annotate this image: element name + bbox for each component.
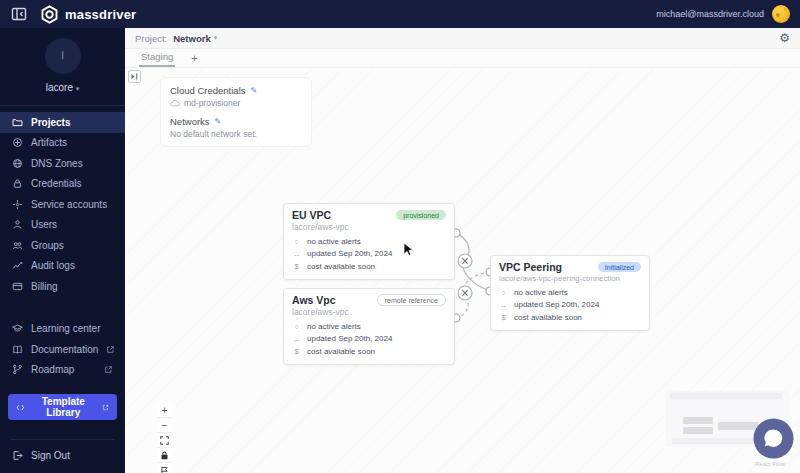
org-switcher[interactable]: lacore ▾ [0, 82, 125, 93]
project-label: Project: [135, 33, 167, 44]
chat-widget-button[interactable] [753, 418, 794, 459]
disconnect-edge-button[interactable] [458, 286, 472, 300]
spacer [0, 297, 125, 319]
plus-icon: + [162, 406, 168, 416]
minimap-node [683, 427, 713, 434]
sidebar-item-billing[interactable]: Billing [0, 276, 125, 297]
code-brackets-icon [16, 402, 25, 413]
sidebar-item-artifacts[interactable]: Artifacts [0, 133, 125, 154]
expand-panel-button[interactable] [128, 70, 141, 83]
fit-view-button[interactable] [157, 434, 172, 448]
node-package: lacore/aws-vpc [292, 307, 446, 317]
environment-tabs: Staging + [125, 49, 800, 68]
sidebar-item-projects[interactable]: Projects [0, 112, 125, 133]
sidebar-item-learning-center[interactable]: Learning center [0, 319, 125, 340]
user-icon [12, 219, 23, 230]
credential-name: md-provisioner [184, 98, 240, 108]
globe-icon [12, 158, 23, 169]
cost-text: cost available soon [307, 261, 375, 273]
sidebar-item-label: Groups [31, 240, 64, 251]
alerts-icon: ○ [292, 321, 301, 333]
status-badge: provisioned [396, 210, 446, 220]
sidebar-item-roadmap[interactable]: Roadmap [0, 360, 125, 381]
main-area: Project: Network ▾ ⚙ Staging + Cloud Cre… [125, 28, 800, 473]
diagram-canvas[interactable]: Cloud Credentials ✎ md-provisioner Netwo… [125, 68, 800, 473]
massdriver-logo-icon [40, 5, 59, 24]
zoom-out-button[interactable]: − [157, 419, 172, 433]
cost-text: cost available soon [307, 346, 375, 358]
collapse-sidebar-icon [11, 6, 27, 22]
minus-icon: − [162, 421, 168, 431]
node-package: lacore/aws-vpc [292, 222, 446, 232]
canvas-controls: + − [157, 404, 172, 473]
project-header: Project: Network ▾ ⚙ [125, 28, 800, 49]
node-vpc-peering[interactable]: VPC Peering Initialized lacore/aws-vpc-p… [490, 255, 650, 331]
status-badge: remote reference [377, 294, 446, 306]
sidebar-item-credentials[interactable]: Credentials [0, 174, 125, 195]
cloud-credential-icon [170, 99, 180, 107]
sidebar-item-documentation[interactable]: Documentation [0, 339, 125, 360]
cloud-credentials-title: Cloud Credentials [170, 85, 246, 96]
credit-card-icon [12, 281, 23, 292]
node-eu-vpc[interactable]: EU VPC provisioned lacore/aws-vpc ○no ac… [283, 203, 455, 280]
cost-text: cost available soon [514, 312, 582, 324]
layout-button[interactable] [157, 464, 172, 473]
node-title: VPC Peering [499, 261, 562, 273]
alerts-icon: ○ [292, 236, 301, 248]
tab-staging[interactable]: Staging [139, 49, 175, 67]
updated-icon: -- [292, 334, 301, 346]
reactflow-attribution[interactable]: React Flow [755, 461, 785, 467]
external-link-icon [106, 345, 115, 354]
zoom-in-button[interactable]: + [157, 404, 172, 418]
edit-pencil-icon[interactable]: ✎ [215, 117, 222, 126]
external-link-icon [104, 365, 113, 374]
sidebar-item-dns-zones[interactable]: DNS Zones [0, 153, 125, 174]
disconnect-edge-button[interactable] [458, 254, 472, 268]
minimap-node [718, 422, 758, 430]
chevron-down-icon: ▾ [76, 85, 80, 92]
minimap-node [683, 417, 713, 424]
users-group-icon [12, 240, 23, 251]
updated-text: updated Sep 20th, 2024 [307, 333, 392, 345]
sidebar-item-label: Users [31, 219, 57, 230]
book-icon [12, 344, 23, 355]
lock-interactivity-button[interactable] [157, 449, 172, 463]
cost-icon: $ [292, 261, 301, 273]
chat-bubble-icon [753, 418, 794, 459]
networks-title: Networks [170, 116, 210, 127]
project-selector[interactable]: Network [173, 33, 210, 44]
org-avatar[interactable]: l [45, 38, 81, 74]
flag-icon [160, 466, 169, 473]
collapse-sidebar-button[interactable] [10, 5, 28, 23]
user-email: michael@massdriver.cloud [656, 9, 764, 19]
edit-pencil-icon[interactable]: ✎ [251, 86, 258, 95]
cost-icon: $ [499, 312, 508, 324]
divider [0, 105, 125, 106]
template-library-button[interactable]: Template Library [8, 394, 117, 420]
sign-out-button[interactable]: Sign Out [0, 448, 82, 473]
graduation-cap-icon [12, 323, 23, 334]
updated-icon: -- [499, 300, 508, 312]
sidebar-item-audit-logs[interactable]: Audit logs [0, 256, 125, 277]
sidebar-item-label: Learning center [31, 323, 101, 334]
updated-text: updated Sep 20th, 2024 [514, 299, 599, 311]
user-avatar[interactable] [772, 5, 790, 23]
sidebar-item-label: Service accounts [31, 199, 107, 210]
external-link-icon [102, 403, 109, 412]
divider [10, 439, 115, 440]
sidebar-item-groups[interactable]: Groups [0, 235, 125, 256]
add-environment-button[interactable]: + [191, 53, 197, 67]
sidebar-item-service-accounts[interactable]: Service accounts [0, 194, 125, 215]
node-aws-vpc[interactable]: Aws Vpc remote reference lacore/aws-vpc … [283, 288, 455, 365]
sidebar: l lacore ▾ Projects Artifacts DNS Zones … [0, 28, 125, 473]
sidebar-item-users[interactable]: Users [0, 215, 125, 236]
lock-icon [160, 451, 169, 460]
status-badge: Initialized [598, 262, 641, 272]
git-branch-icon [12, 364, 23, 375]
sidebar-item-label: Audit logs [31, 260, 75, 271]
brand-logo[interactable]: massdriver [40, 5, 136, 24]
settings-gear-icon[interactable]: ⚙ [779, 32, 790, 44]
chevron-down-icon: ▾ [214, 34, 218, 42]
sign-out-label: Sign Out [31, 450, 70, 461]
alerts-text: no active alerts [307, 321, 361, 333]
